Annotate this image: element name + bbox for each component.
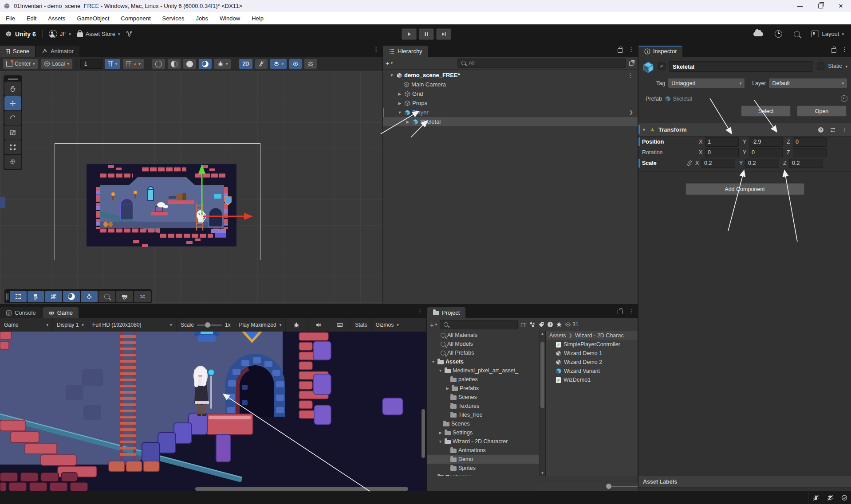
menu-help[interactable]: Help	[246, 12, 269, 24]
asset-store-menu[interactable]: Asset Store▾	[77, 31, 120, 37]
lock-icon[interactable]	[618, 48, 623, 53]
menu-assets[interactable]: Assets	[42, 12, 71, 24]
rotate-tool-button[interactable]	[4, 111, 21, 125]
collapse-arrow-icon[interactable]: ▼	[642, 128, 646, 132]
breadcrumb-assets[interactable]: Assets	[549, 332, 566, 339]
collapse-arrow-icon[interactable]: ▶	[431, 475, 436, 476]
hierarchy-search-input[interactable]: All	[457, 59, 626, 68]
tab-project[interactable]: Project	[427, 307, 465, 318]
collapse-arrow-icon[interactable]: ▶	[438, 430, 443, 435]
step-button[interactable]	[436, 28, 451, 40]
project-tree-scrollbar[interactable]: ▲▼	[539, 331, 545, 476]
active-checkbox[interactable]: ✓	[658, 63, 666, 70]
overlay-stack-button[interactable]	[304, 59, 317, 69]
mute-bug-button[interactable]	[286, 318, 307, 332]
menu-edit[interactable]: Edit	[21, 12, 42, 24]
collapse-arrow-icon[interactable]: ▼	[389, 73, 394, 78]
file-wizard-demo-1[interactable]: Wizard Demo 1	[546, 349, 638, 358]
random-tool-button[interactable]	[134, 291, 151, 302]
gizmos-dropdown[interactable]: Gizmos▾	[372, 318, 403, 332]
scale-z-field[interactable]: 0.2	[789, 159, 823, 168]
hierarchy-row-skeletal[interactable]: ▶ Skeletal	[383, 117, 638, 126]
game-viewport[interactable]	[0, 332, 426, 491]
tree-assets[interactable]: ▼Assets	[427, 357, 539, 366]
warning-icon[interactable]	[547, 321, 553, 328]
scale-slider-track[interactable]	[197, 324, 222, 326]
create-asset-button[interactable]: +▾	[430, 321, 437, 328]
layer-dropdown[interactable]: Default▾	[768, 78, 847, 88]
lock-icon[interactable]	[831, 48, 836, 53]
favorite-all-models[interactable]: All Models	[427, 340, 539, 348]
debugger-detached-button[interactable]	[808, 491, 823, 504]
tree-scenes-sub[interactable]: Scenes	[427, 393, 539, 402]
filter-type-icon[interactable]	[529, 321, 536, 328]
scene-debug-dropdown[interactable]: ▾	[214, 59, 232, 69]
overlay-drag-handle[interactable]	[5, 293, 9, 300]
tree-demo[interactable]: Demo	[427, 455, 539, 464]
minimize-button[interactable]: —	[790, 0, 810, 12]
scene-lighting-toggle[interactable]	[198, 59, 212, 69]
grid-snap-toggle[interactable]: ▾	[104, 59, 121, 69]
view-tool-button[interactable]	[4, 82, 21, 96]
input-debug-button[interactable]	[329, 318, 351, 332]
orientation-dropdown[interactable]: Local▾	[40, 59, 73, 69]
open-search-window-icon[interactable]	[629, 60, 635, 66]
collapse-arrow-icon[interactable]: ▶	[397, 101, 402, 105]
breadcrumb-wizard[interactable]: Wizard - 2D Charac	[575, 332, 624, 339]
file-wizard-variant[interactable]: Wizard Variant	[546, 367, 638, 375]
game-view-dropdown[interactable]: Game▾	[0, 318, 53, 332]
tree-medieval[interactable]: ▼Medieval_pixel_art_asset_	[427, 366, 539, 375]
lock-icon[interactable]	[618, 310, 623, 314]
tree-textures[interactable]: Textures	[427, 402, 539, 410]
help-icon[interactable]: ?	[818, 127, 824, 133]
history-icon[interactable]	[775, 30, 782, 38]
version-control-icon[interactable]	[126, 31, 133, 37]
scale-y-field[interactable]: 0.2	[745, 159, 779, 168]
scale-tool-button[interactable]	[4, 125, 21, 140]
menu-component[interactable]: Component	[115, 12, 156, 24]
rotation-y-field[interactable]: 0	[749, 148, 783, 157]
transform-component-header[interactable]: ▼ Transform ? ⋮	[638, 123, 851, 137]
tree-prefabs[interactable]: ▶Prefabs	[427, 384, 539, 393]
vertical-scrollbar[interactable]	[422, 409, 425, 458]
account-menu[interactable]: JF▾	[49, 30, 71, 38]
hierarchy-row-props[interactable]: ▶ Props	[383, 98, 638, 108]
cloud-icon[interactable]	[753, 32, 763, 36]
broken-link-icon[interactable]	[686, 160, 693, 166]
tab-scene[interactable]: Scene	[0, 46, 35, 57]
select-button[interactable]: Select	[741, 105, 791, 117]
file-wizard-demo-2[interactable]: Wizard Demo 2	[546, 358, 638, 367]
menu-gameobject[interactable]: GameObject	[71, 12, 115, 24]
tree-animations[interactable]: Animations	[427, 446, 539, 455]
mode-2d-toggle[interactable]: 2D	[239, 59, 252, 69]
collapse-arrow-icon[interactable]: ▼	[397, 110, 402, 115]
layers-visibility-dropdown[interactable]: ▾	[270, 59, 288, 69]
play-maximized-dropdown[interactable]: Play Maximized▾	[235, 318, 286, 332]
rotation-x-field[interactable]: 0	[705, 148, 739, 157]
component-kebab[interactable]: ⋮	[842, 126, 847, 133]
close-button[interactable]: ✕	[831, 0, 851, 12]
tab-hierarchy[interactable]: Hierarchy	[383, 46, 428, 57]
tree-sprites[interactable]: Sprites	[427, 464, 539, 473]
favorite-all-materials[interactable]: All Materials	[427, 331, 539, 340]
snap-settings[interactable]: ●▾	[122, 59, 144, 69]
file-wizdemo1[interactable]: # WizDemo1	[546, 375, 638, 384]
tree-palettes[interactable]: palettes	[427, 375, 539, 384]
stats-toggle[interactable]: Stats	[351, 318, 371, 332]
menu-window[interactable]: Window	[214, 12, 246, 24]
scene-search-button[interactable]	[98, 291, 115, 302]
grid-off-toggle[interactable]	[45, 291, 62, 302]
sprite-settings-toggle[interactable]	[28, 291, 44, 302]
audio-toggle[interactable]	[307, 318, 329, 332]
scene-audio-toggle[interactable]	[167, 59, 181, 69]
file-simpleplayercontroller[interactable]: # SimplePlayerController	[546, 340, 638, 349]
prefab-open-chevron[interactable]: ❯	[629, 109, 633, 115]
hierarchy-row-player[interactable]: ▼ Player ❯	[383, 108, 638, 117]
open-button[interactable]: Open	[797, 105, 847, 117]
camera-preview-button[interactable]	[116, 291, 133, 302]
pivot-dropdown[interactable]: Center▾	[3, 59, 39, 69]
shading-mode-button[interactable]	[152, 59, 165, 69]
move-tool-button[interactable]	[4, 96, 21, 110]
moon-lighting-toggle[interactable]	[63, 291, 80, 302]
position-x-field[interactable]: 1	[705, 137, 739, 147]
